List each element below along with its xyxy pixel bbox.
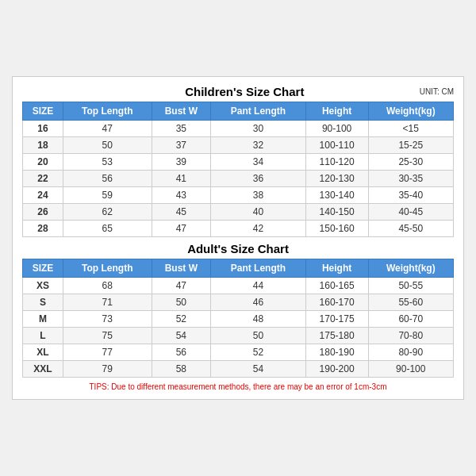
children-header-row: SIZE Top Length Bust W Pant Length Heigh… xyxy=(23,102,454,121)
table-cell: 43 xyxy=(152,187,211,204)
table-cell: 47 xyxy=(152,221,211,237)
table-cell: 50 xyxy=(211,328,306,344)
table-cell: 50 xyxy=(63,137,152,154)
table-cell: 37 xyxy=(152,137,211,154)
table-cell: 100-110 xyxy=(305,137,368,154)
table-cell: 26 xyxy=(23,204,63,221)
table-cell: 56 xyxy=(152,344,211,361)
table-cell: 160-170 xyxy=(305,294,368,311)
table-cell: 73 xyxy=(63,311,152,328)
table-cell: 36 xyxy=(211,171,306,187)
col-top-length-adults: Top Length xyxy=(63,259,152,278)
col-pant-length-children: Pant Length xyxy=(211,102,306,121)
table-cell: XXL xyxy=(23,361,63,378)
table-cell: 16 xyxy=(23,121,63,137)
children-header: Children's Size Chart UNIT: CM xyxy=(22,85,454,98)
table-cell: 22 xyxy=(23,171,63,187)
table-row: 22564136120-13030-35 xyxy=(23,171,454,187)
table-cell: 30 xyxy=(211,121,306,137)
table-cell: 160-165 xyxy=(305,278,368,294)
col-weight-children: Weight(kg) xyxy=(368,102,453,121)
table-cell: 41 xyxy=(152,171,211,187)
table-cell: 170-175 xyxy=(305,311,368,328)
table-cell: 50-55 xyxy=(368,278,453,294)
table-cell: 32 xyxy=(211,137,306,154)
table-row: 20533934110-12025-30 xyxy=(23,154,454,171)
children-table: SIZE Top Length Bust W Pant Length Heigh… xyxy=(22,102,454,237)
table-cell: 90-100 xyxy=(368,361,453,378)
table-cell: 50 xyxy=(152,294,211,311)
table-cell: 18 xyxy=(23,137,63,154)
table-cell: 42 xyxy=(211,221,306,237)
table-row: XL775652180-19080-90 xyxy=(23,344,454,361)
table-cell: 120-130 xyxy=(305,171,368,187)
table-cell: 52 xyxy=(152,311,211,328)
col-weight-adults: Weight(kg) xyxy=(368,259,453,278)
table-row: L755450175-18070-80 xyxy=(23,328,454,344)
adults-header-row: SIZE Top Length Bust W Pant Length Heigh… xyxy=(23,259,454,278)
table-row: XS684744160-16550-55 xyxy=(23,278,454,294)
table-cell: 90-100 xyxy=(305,121,368,137)
table-row: M735248170-17560-70 xyxy=(23,311,454,328)
table-row: 18503732100-11015-25 xyxy=(23,137,454,154)
table-cell: 180-190 xyxy=(305,344,368,361)
table-cell: 48 xyxy=(211,311,306,328)
table-row: 1647353090-100<15 xyxy=(23,121,454,137)
table-row: 26624540140-15040-45 xyxy=(23,204,454,221)
table-cell: 80-90 xyxy=(368,344,453,361)
table-cell: 150-160 xyxy=(305,221,368,237)
table-row: 24594338130-14035-40 xyxy=(23,187,454,204)
table-cell: 47 xyxy=(63,121,152,137)
table-cell: XS xyxy=(23,278,63,294)
table-cell: 35 xyxy=(152,121,211,137)
table-cell: 56 xyxy=(63,171,152,187)
table-row: XXL795854190-20090-100 xyxy=(23,361,454,378)
table-cell: 52 xyxy=(211,344,306,361)
table-cell: 15-25 xyxy=(368,137,453,154)
table-cell: 77 xyxy=(63,344,152,361)
table-cell: 140-150 xyxy=(305,204,368,221)
table-cell: 62 xyxy=(63,204,152,221)
table-cell: 46 xyxy=(211,294,306,311)
table-cell: 79 xyxy=(63,361,152,378)
table-cell: 38 xyxy=(211,187,306,204)
col-bust-w-adults: Bust W xyxy=(152,259,211,278)
table-cell: 130-140 xyxy=(305,187,368,204)
tips-text: TIPS: Due to different measurement metho… xyxy=(22,382,454,391)
table-cell: XL xyxy=(23,344,63,361)
table-cell: M xyxy=(23,311,63,328)
table-cell: 54 xyxy=(211,361,306,378)
table-cell: 71 xyxy=(63,294,152,311)
table-row: 28654742150-16045-50 xyxy=(23,221,454,237)
table-cell: 65 xyxy=(63,221,152,237)
table-cell: 45-50 xyxy=(368,221,453,237)
table-cell: 70-80 xyxy=(368,328,453,344)
table-cell: 53 xyxy=(63,154,152,171)
unit-label: UNIT: CM xyxy=(420,87,454,96)
table-cell: 44 xyxy=(211,278,306,294)
table-cell: 47 xyxy=(152,278,211,294)
col-bust-w-children: Bust W xyxy=(152,102,211,121)
adults-title: Adult's Size Chart xyxy=(22,242,454,255)
table-cell: 190-200 xyxy=(305,361,368,378)
table-cell: 24 xyxy=(23,187,63,204)
table-cell: 34 xyxy=(211,154,306,171)
table-cell: 110-120 xyxy=(305,154,368,171)
col-height-children: Height xyxy=(305,102,368,121)
table-cell: 60-70 xyxy=(368,311,453,328)
table-cell: 58 xyxy=(152,361,211,378)
table-cell: 54 xyxy=(152,328,211,344)
table-row: S715046160-17055-60 xyxy=(23,294,454,311)
table-cell: 75 xyxy=(63,328,152,344)
table-cell: 40 xyxy=(211,204,306,221)
col-size-children: SIZE xyxy=(23,102,63,121)
adults-table: SIZE Top Length Bust W Pant Length Heigh… xyxy=(22,259,454,378)
table-cell: 39 xyxy=(152,154,211,171)
table-cell: 25-30 xyxy=(368,154,453,171)
table-cell: S xyxy=(23,294,63,311)
table-cell: 55-60 xyxy=(368,294,453,311)
col-pant-length-adults: Pant Length xyxy=(211,259,306,278)
table-cell: 28 xyxy=(23,221,63,237)
table-cell: L xyxy=(23,328,63,344)
size-chart: Children's Size Chart UNIT: CM SIZE Top … xyxy=(12,76,464,400)
